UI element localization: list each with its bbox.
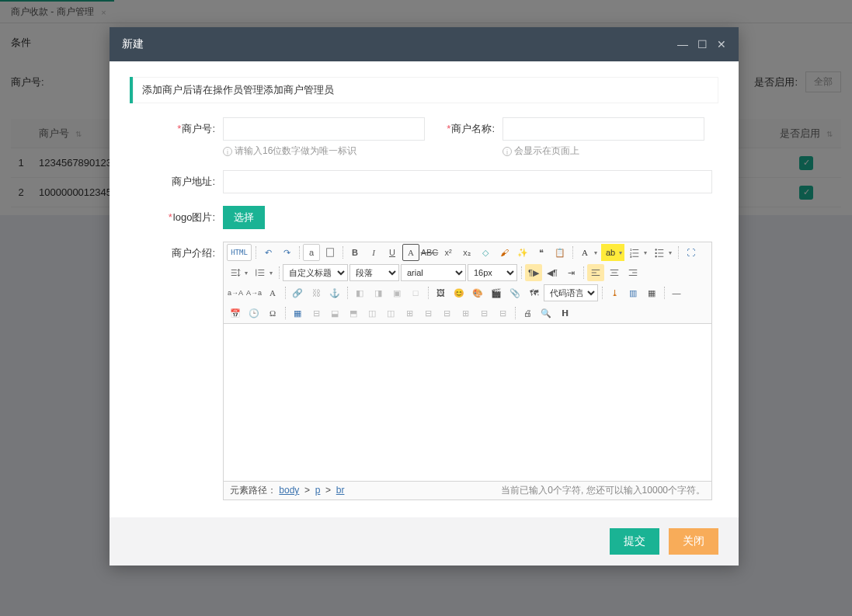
print-icon[interactable]: 🖨 [519, 305, 536, 322]
line-height-dropdown[interactable] [252, 264, 275, 281]
delete-row-icon[interactable]: ⬒ [345, 305, 362, 322]
editor-content[interactable] [224, 324, 711, 481]
address-input[interactable] [223, 170, 712, 193]
preview-icon[interactable]: 🔍 [537, 305, 555, 322]
minimize-icon[interactable]: — [677, 38, 688, 50]
tolowercase-icon[interactable]: A→a [245, 284, 263, 301]
template-icon[interactable]: ▥ [624, 284, 642, 301]
merchant-no-input[interactable] [223, 117, 425, 141]
dialog-new: 新建 — ☐ ✕ 添加商户后请在操作员管理添加商户管理员 *商户号: i请输入1… [110, 27, 739, 566]
rtl-icon[interactable]: ◀¶ [544, 264, 561, 281]
delete-table-icon[interactable]: ⊟ [308, 305, 325, 322]
doc-icon[interactable] [322, 244, 339, 261]
svg-point-11 [655, 256, 656, 257]
map-icon[interactable]: 🗺 [525, 284, 542, 301]
svg-text:3: 3 [630, 255, 632, 258]
insert-table-icon[interactable]: ▦ [289, 305, 306, 322]
label-merchant-no: 商户号: [182, 123, 215, 134]
path-br[interactable]: br [336, 485, 345, 496]
split-cols-icon[interactable]: ⊟ [494, 305, 511, 322]
custom-style-select[interactable]: 自定义标题 [283, 264, 348, 281]
align-left-icon[interactable] [587, 264, 604, 281]
ltr-icon[interactable]: ¶▶ [525, 264, 542, 281]
svg-point-7 [655, 249, 656, 250]
strike-icon[interactable]: ABC [421, 244, 438, 261]
svg-point-9 [655, 252, 656, 254]
bold-icon[interactable]: B [346, 244, 363, 261]
split-cells-icon[interactable]: ⊞ [457, 305, 474, 322]
ordered-list-dropdown[interactable]: 123 [626, 244, 649, 261]
img-left-icon[interactable]: ◧ [351, 284, 368, 301]
paragraph-select[interactable]: 段落 [349, 264, 399, 281]
font-style-icon[interactable]: A [264, 284, 281, 301]
backcolor-dropdown[interactable]: ab [601, 244, 624, 261]
dialog-header[interactable]: 新建 — ☐ ✕ [110, 27, 739, 61]
row-spacing-dropdown[interactable] [227, 264, 250, 281]
search-replace-icon[interactable]: 𝗛 [556, 305, 573, 322]
merge-cells-icon[interactable]: ⊞ [401, 305, 418, 322]
link-icon[interactable]: 🔗 [289, 284, 306, 301]
touppercase-icon[interactable]: a→A [227, 284, 244, 301]
path-p[interactable]: p [315, 485, 321, 496]
delete-col-icon[interactable]: ◫ [382, 305, 399, 322]
align-right-icon[interactable] [624, 264, 642, 281]
label-merchant-name: 商户名称: [451, 123, 495, 134]
editor-toolbar: HTML ↶ ↷ a B I U A ABC [224, 242, 711, 324]
fullscreen-icon[interactable]: ⛶ [682, 244, 699, 261]
insert-col-icon[interactable]: ◫ [363, 305, 381, 322]
source-html-button[interactable]: HTML [227, 244, 252, 261]
label-address: 商户地址: [172, 176, 215, 187]
img-center-icon[interactable]: ▣ [388, 284, 405, 301]
split-rows-icon[interactable]: ⊟ [475, 305, 492, 322]
time-icon[interactable]: 🕒 [245, 305, 263, 322]
align-center-icon[interactable] [606, 264, 623, 281]
underline-icon[interactable]: U [384, 244, 401, 261]
font-family-select[interactable]: arial [401, 264, 466, 281]
label-intro: 商户介绍: [172, 247, 215, 259]
submit-button[interactable]: 提交 [610, 528, 659, 555]
undo-icon[interactable]: ↶ [259, 244, 276, 261]
scrawl-icon[interactable]: 🎨 [469, 284, 486, 301]
italic-icon[interactable]: I [365, 244, 382, 261]
auto-typeset-icon[interactable]: ✨ [514, 244, 531, 261]
merge-right-icon[interactable]: ⊟ [419, 305, 436, 322]
merchant-name-input[interactable] [503, 117, 704, 141]
date-icon[interactable]: 📅 [227, 305, 244, 322]
choose-file-button[interactable]: 选择 [223, 206, 265, 229]
info-icon: i [503, 147, 512, 156]
eraser-icon[interactable]: ◇ [477, 244, 494, 261]
anchor-icon[interactable]: a [303, 244, 320, 261]
insert-row-icon[interactable]: ⬓ [326, 305, 343, 322]
code-lang-select[interactable]: 代码语言 [544, 284, 598, 301]
close-button[interactable]: 关闭 [669, 528, 718, 555]
font-border-icon[interactable]: A [402, 244, 419, 261]
unlink-icon[interactable]: ⛓ [308, 284, 325, 301]
subscript-icon[interactable]: x₂ [458, 244, 475, 261]
anchor2-icon[interactable]: ⚓ [326, 284, 343, 301]
tip-banner: 添加商户后请在操作员管理添加商户管理员 [130, 77, 718, 103]
blockquote-icon[interactable]: ❝ [533, 244, 550, 261]
redo-icon[interactable]: ↷ [278, 244, 295, 261]
emotion-icon[interactable]: 😊 [450, 284, 468, 301]
close-icon[interactable]: ✕ [717, 38, 726, 50]
img-none-icon[interactable]: □ [407, 284, 424, 301]
editor-status-bar: 元素路径： body > p > br 当前已输入0个字符, 您还可以输入100… [224, 481, 711, 499]
indent-icon[interactable]: ⇥ [562, 264, 579, 281]
attachment-icon[interactable]: 📎 [506, 284, 523, 301]
background-icon[interactable]: ▦ [643, 284, 660, 301]
maximize-icon[interactable]: ☐ [697, 38, 708, 50]
superscript-icon[interactable]: x² [440, 244, 457, 261]
format-match-icon[interactable]: 🖌 [496, 244, 513, 261]
merge-down-icon[interactable]: ⊟ [438, 305, 455, 322]
spechars-icon[interactable]: Ω [264, 305, 281, 322]
img-right-icon[interactable]: ◨ [370, 284, 387, 301]
video-icon[interactable]: 🎬 [488, 284, 505, 301]
forecolor-dropdown[interactable]: A [576, 244, 600, 261]
unordered-list-dropdown[interactable] [651, 244, 674, 261]
insert-image-icon[interactable]: 🖼 [432, 284, 449, 301]
pagebreak-icon[interactable]: ⤓ [606, 284, 623, 301]
path-body[interactable]: body [279, 485, 299, 496]
font-size-select[interactable]: 16px [468, 264, 517, 281]
paste-plain-icon[interactable]: 📋 [551, 244, 569, 261]
hr-icon[interactable]: — [668, 284, 685, 301]
